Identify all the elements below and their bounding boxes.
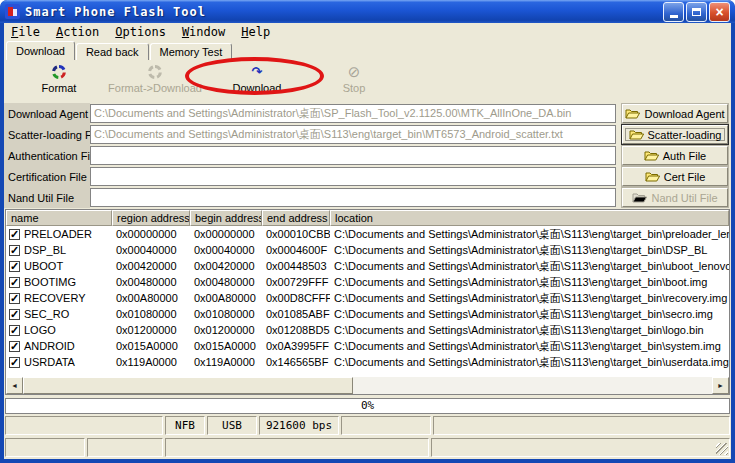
folder-icon [632, 192, 647, 203]
menu-file[interactable]: File [9, 24, 46, 40]
status-cell-empty [5, 438, 85, 457]
scrollbar-thumb[interactable] [23, 377, 353, 394]
title-bar[interactable]: Smart Phone Flash Tool [0, 0, 735, 23]
table-row-logo[interactable]: LOGO 0x01200000 0x01200000 0x01208BD5 C:… [6, 322, 729, 338]
download-agent-path-field[interactable]: C:\Documents and Settings\Administrator\… [90, 104, 616, 123]
menu-window[interactable]: Window [180, 24, 231, 40]
status-bar: NFB USB 921600 bps [5, 416, 730, 435]
download-button[interactable]: ↷ Download [210, 64, 304, 94]
stop-button: ⊘ Stop [324, 64, 384, 94]
cert-file-browse-button[interactable]: Cert File [622, 167, 728, 186]
download-icon: ↷ [210, 64, 304, 80]
status-cell-interface: USB [207, 416, 257, 435]
region-address: 0x00480000 [112, 276, 190, 288]
certification-file-label: Certification File [4, 166, 90, 187]
download-agent-label: Download Agent [4, 103, 90, 124]
region-address: 0x00A80000 [112, 292, 190, 304]
partition-name: ANDROID [24, 340, 75, 352]
menu-help[interactable]: Help [239, 24, 276, 40]
field-row-nand: Nand Util File Nand Util File [4, 187, 731, 208]
row-checkbox-checked[interactable] [9, 293, 20, 304]
end-address: 0x00010CBB [262, 228, 330, 240]
tab-download[interactable]: Download [6, 41, 75, 60]
row-checkbox-checked[interactable] [9, 277, 20, 288]
close-button[interactable] [709, 2, 730, 22]
nand-util-browse-label: Nand Util File [651, 192, 717, 204]
row-checkbox-checked[interactable] [9, 357, 20, 368]
row-checkbox-checked[interactable] [9, 341, 20, 352]
minimize-button[interactable] [663, 2, 684, 22]
begin-address: 0x00A80000 [190, 292, 262, 304]
row-checkbox-checked[interactable] [9, 309, 20, 320]
table-row-preloader[interactable]: PRELOADER 0x00000000 0x00000000 0x00010C… [6, 226, 729, 242]
table-row-dsp-bl[interactable]: DSP_BL 0x00040000 0x00040000 0x0004600F … [6, 242, 729, 258]
status-cell-empty [87, 438, 163, 457]
file-location: C:\Documents and Settings\Administrator\… [330, 355, 729, 370]
begin-address: 0x00420000 [190, 260, 262, 272]
end-address: 0x01085ABF [262, 308, 330, 320]
begin-address: 0x119A0000 [190, 356, 262, 368]
file-location: C:\Documents and Settings\Administrator\… [330, 259, 729, 274]
status-cell-empty [341, 416, 431, 435]
table-row-recovery[interactable]: RECOVERY 0x00A80000 0x00A80000 0x00D8CFF… [6, 290, 729, 306]
authentication-file-label: Authentication File [4, 145, 90, 166]
column-header-begin-address[interactable]: begin address [190, 210, 262, 226]
column-header-location[interactable]: location [330, 210, 729, 226]
column-header-end-address[interactable]: end address [262, 210, 330, 226]
authentication-file-path-field[interactable] [90, 146, 616, 165]
table-row-bootimg[interactable]: BOOTIMG 0x00480000 0x00480000 0x00729FFF… [6, 274, 729, 290]
scroll-left-icon[interactable]: ◄ [6, 377, 23, 394]
row-checkbox-checked[interactable] [9, 229, 20, 240]
tab-memory-test[interactable]: Memory Test [150, 43, 233, 60]
row-checkbox-checked[interactable] [9, 261, 20, 272]
folder-icon [629, 129, 644, 140]
region-address: 0x00420000 [112, 260, 190, 272]
stop-label: Stop [343, 82, 366, 94]
format-button[interactable]: Format [20, 64, 98, 94]
folder-icon [645, 171, 660, 182]
partition-name: RECOVERY [24, 292, 86, 304]
scatter-loading-browse-label: Scatter-loading [648, 129, 722, 141]
end-address: 0x146565BF [262, 356, 330, 368]
resize-grip-icon[interactable] [716, 443, 728, 455]
menu-action[interactable]: Action [54, 24, 105, 40]
field-row-download-agent: Download Agent C:\Documents and Settings… [4, 103, 731, 124]
scrollbar-track[interactable] [23, 377, 712, 394]
menu-options[interactable]: Options [113, 24, 172, 40]
scatter-loading-label: Scatter-loading File [4, 124, 90, 145]
tab-read-back[interactable]: Read back [76, 43, 149, 60]
maximize-button[interactable] [686, 2, 707, 22]
progress-bar: 0% [5, 398, 730, 414]
column-header-name[interactable]: name [6, 210, 112, 226]
file-location: C:\Documents and Settings\Administrator\… [330, 243, 729, 258]
table-row-usrdata[interactable]: USRDATA 0x119A0000 0x119A0000 0x146565BF… [6, 354, 729, 370]
horizontal-scrollbar[interactable]: ◄ ► [6, 377, 729, 394]
table-row-uboot[interactable]: UBOOT 0x00420000 0x00420000 0x00448503 C… [6, 258, 729, 274]
certification-file-path-field[interactable] [90, 167, 616, 186]
tab-strip: Download Read back Memory Test [6, 41, 233, 60]
region-address: 0x015A0000 [112, 340, 190, 352]
format-download-button: Format->Download [98, 64, 212, 94]
scroll-right-icon[interactable]: ► [712, 377, 729, 394]
partition-name: LOGO [24, 324, 56, 336]
row-checkbox-checked[interactable] [9, 245, 20, 256]
column-header-region-address[interactable]: region address [112, 210, 190, 226]
end-address: 0x00729FFF [262, 276, 330, 288]
table-row-sec-ro[interactable]: SEC_RO 0x01080000 0x01080000 0x01085ABF … [6, 306, 729, 322]
scatter-loading-browse-button[interactable]: Scatter-loading [622, 125, 728, 144]
download-agent-browse-button[interactable]: Download Agent [622, 104, 728, 123]
auth-file-browse-button[interactable]: Auth File [622, 146, 728, 165]
table-header: name region address begin address end ad… [6, 210, 729, 226]
table-row-android[interactable]: ANDROID 0x015A0000 0x015A0000 0x0A3995FF… [6, 338, 729, 354]
maximize-icon [692, 8, 701, 16]
nand-util-file-path-field[interactable] [90, 188, 616, 207]
row-checkbox-checked[interactable] [9, 325, 20, 336]
scatter-loading-path-field[interactable]: C:\Documents and Settings\Administrator\… [90, 125, 616, 144]
partition-name: UBOOT [24, 260, 63, 272]
status-bar-lower [5, 438, 730, 457]
status-cell-empty [433, 416, 730, 435]
app-window: Smart Phone Flash Tool File Action Optio… [0, 0, 735, 463]
folder-icon [625, 108, 640, 119]
window-title: Smart Phone Flash Tool [25, 5, 663, 19]
end-address: 0x0004600F [262, 244, 330, 256]
